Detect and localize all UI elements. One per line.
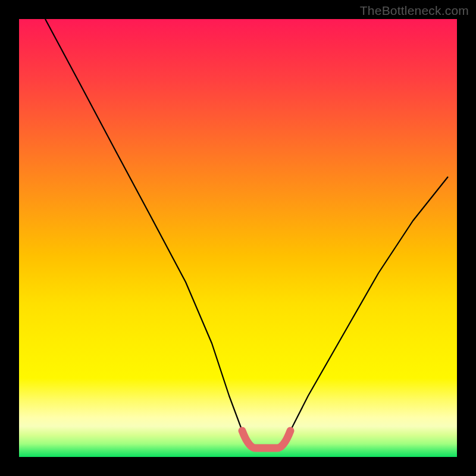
chart-frame: TheBottleneck.com [0,0,476,476]
watermark-text: TheBottleneck.com [360,4,469,18]
curve-min-highlight [242,431,290,448]
curve-path [45,19,448,448]
bottleneck-curve [19,19,457,457]
plot-area [19,19,457,457]
